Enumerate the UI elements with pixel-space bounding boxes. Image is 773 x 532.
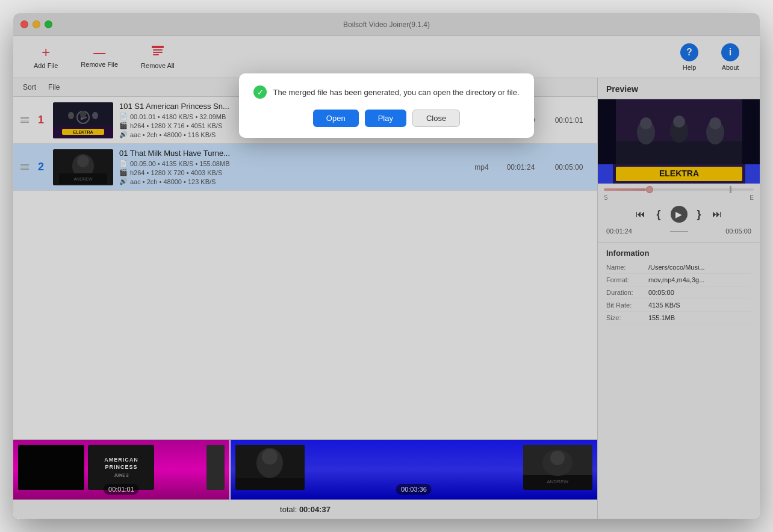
app-window: Boilsoft Video Joiner(9.1.4) + Add File … — [13, 13, 760, 519]
success-icon: ✓ — [253, 85, 267, 99]
dialog-overlay: ✓ The merged file has been generated, yo… — [13, 13, 760, 519]
dialog-buttons: Open Play Close — [253, 110, 519, 127]
dialog-message: ✓ The merged file has been generated, yo… — [253, 85, 519, 99]
open-button[interactable]: Open — [313, 110, 359, 127]
play-dialog-button[interactable]: Play — [365, 110, 406, 127]
dialog: ✓ The merged file has been generated, yo… — [239, 73, 533, 138]
dialog-text: The merged file has been generated, you … — [273, 88, 519, 97]
close-dialog-button[interactable]: Close — [412, 110, 460, 127]
